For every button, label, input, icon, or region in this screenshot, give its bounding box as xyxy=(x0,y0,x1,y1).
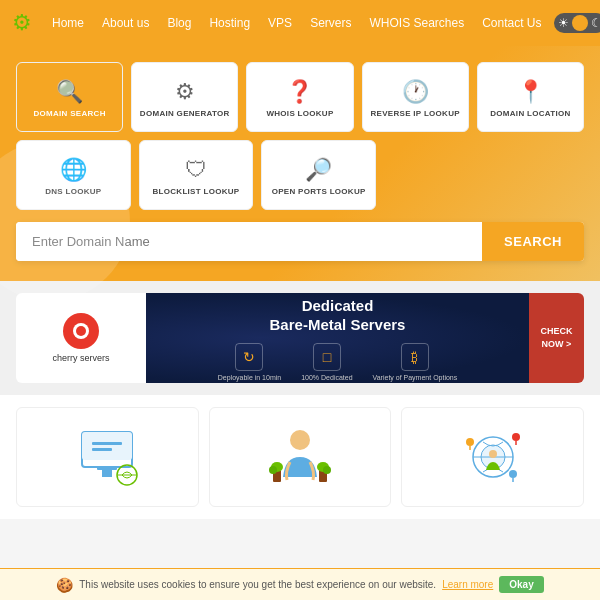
card-1-image xyxy=(72,422,142,492)
cookie-okay-button[interactable]: Okay xyxy=(499,576,543,593)
dns-label: DNS LOOKUP xyxy=(45,187,101,196)
tool-dns-lookup[interactable]: 🌐 DNS LOOKUP xyxy=(16,140,131,210)
nav-servers[interactable]: Servers xyxy=(302,12,359,34)
domain-location-label: DOMAIN LOCATION xyxy=(490,109,570,118)
svg-point-10 xyxy=(290,430,310,450)
theme-toggle[interactable]: ☀ ☾ xyxy=(554,13,600,33)
payment-icon: ₿ xyxy=(401,343,429,371)
banner-brand: cherry servers xyxy=(16,293,146,383)
nav-whois[interactable]: WHOIS Searches xyxy=(361,12,472,34)
cookie-learn-more[interactable]: Learn more xyxy=(442,579,493,590)
domain-search-icon: 🔍 xyxy=(56,79,83,105)
deploy-label: Deployable in 10min xyxy=(218,374,281,381)
svg-point-13 xyxy=(269,466,277,474)
info-card-3[interactable] xyxy=(401,407,584,507)
feature-payment: ₿ Variety of Payment Options xyxy=(373,343,458,381)
nav-hosting[interactable]: Hosting xyxy=(201,12,258,34)
banner-title: Dedicated Bare-Metal Servers xyxy=(270,296,406,335)
nav-blog[interactable]: Blog xyxy=(159,12,199,34)
search-bar: SEARCH xyxy=(16,222,584,261)
info-card-2[interactable] xyxy=(209,407,392,507)
info-card-1[interactable] xyxy=(16,407,199,507)
banner-content: Dedicated Bare-Metal Servers ↻ Deployabl… xyxy=(146,293,529,383)
svg-point-22 xyxy=(512,433,520,441)
tool-whois-lookup[interactable]: ❓ WHOIS LOOKUP xyxy=(246,62,353,132)
tool-open-ports[interactable]: 🔎 OPEN PORTS LOOKUP xyxy=(261,140,376,210)
banner-features: ↻ Deployable in 10min □ 100% Dedicated ₿… xyxy=(218,343,458,381)
card-3-image xyxy=(458,422,528,492)
cookie-message: This website uses cookies to ensure you … xyxy=(79,579,436,590)
svg-rect-5 xyxy=(92,448,112,451)
cherry-logo-icon xyxy=(63,313,99,349)
tool-reverse-ip[interactable]: 🕐 REVERSE IP LOOKUP xyxy=(362,62,469,132)
sun-icon: ☀ xyxy=(558,16,569,30)
nav-vps[interactable]: VPS xyxy=(260,12,300,34)
svg-rect-4 xyxy=(92,442,122,445)
open-ports-label: OPEN PORTS LOOKUP xyxy=(272,187,366,196)
feature-deploy: ↻ Deployable in 10min xyxy=(218,343,281,381)
logo-icon: ⚙ xyxy=(12,12,32,34)
nav-about[interactable]: About us xyxy=(94,12,157,34)
whois-icon: ❓ xyxy=(286,79,313,105)
blocklist-label: BLOCKLIST LOOKUP xyxy=(152,187,239,196)
reverse-ip-label: REVERSE IP LOOKUP xyxy=(370,109,459,118)
svg-point-16 xyxy=(323,466,331,474)
tool-domain-generator[interactable]: ⚙ DOMAIN GENERATOR xyxy=(131,62,238,132)
search-button[interactable]: SEARCH xyxy=(482,222,584,261)
tool-domain-location[interactable]: 📍 DOMAIN LOCATION xyxy=(477,62,584,132)
reverse-ip-icon: 🕐 xyxy=(402,79,429,105)
banner-section: cherry servers Dedicated Bare-Metal Serv… xyxy=(0,281,600,395)
banner: cherry servers Dedicated Bare-Metal Serv… xyxy=(16,293,584,383)
tool-grid-row1: 🔍 DOMAIN SEARCH ⚙ DOMAIN GENERATOR ❓ WHO… xyxy=(16,62,584,132)
navbar: ⚙ Home About us Blog Hosting VPS Servers… xyxy=(0,0,600,46)
banner-cta-text: CHECK NOW > xyxy=(529,325,584,350)
dedicated-label: 100% Dedicated xyxy=(301,374,352,381)
whois-label: WHOIS LOOKUP xyxy=(266,109,333,118)
banner-cta-button[interactable]: CHECK NOW > xyxy=(529,293,584,383)
svg-rect-3 xyxy=(82,432,132,460)
tool-domain-search[interactable]: 🔍 DOMAIN SEARCH xyxy=(16,62,123,132)
moon-icon: ☾ xyxy=(591,16,600,30)
search-input[interactable] xyxy=(16,222,482,261)
nav-links: Home About us Blog Hosting VPS Servers W… xyxy=(44,12,550,34)
logo[interactable]: ⚙ xyxy=(12,12,32,34)
dedicated-icon: □ xyxy=(313,343,341,371)
domain-search-label: DOMAIN SEARCH xyxy=(33,109,105,118)
info-cards-section xyxy=(0,395,600,519)
tool-blocklist[interactable]: 🛡 BLOCKLIST LOOKUP xyxy=(139,140,254,210)
payment-label: Variety of Payment Options xyxy=(373,374,458,381)
domain-generator-label: DOMAIN GENERATOR xyxy=(140,109,230,118)
card-2-image xyxy=(265,422,335,492)
toggle-knob xyxy=(572,15,588,31)
svg-point-20 xyxy=(489,450,497,458)
svg-point-1 xyxy=(76,326,86,336)
dns-icon: 🌐 xyxy=(60,157,87,183)
feature-dedicated: □ 100% Dedicated xyxy=(301,343,352,381)
svg-point-21 xyxy=(466,438,474,446)
cherry-brand-text: cherry servers xyxy=(52,353,109,363)
svg-rect-7 xyxy=(102,467,112,477)
tool-grid-row2: 🌐 DNS LOOKUP 🛡 BLOCKLIST LOOKUP 🔎 OPEN P… xyxy=(16,140,376,210)
blocklist-icon: 🛡 xyxy=(185,157,207,183)
nav-contact[interactable]: Contact Us xyxy=(474,12,549,34)
domain-generator-icon: ⚙ xyxy=(175,79,195,105)
cookie-bar: 🍪 This website uses cookies to ensure yo… xyxy=(0,568,600,600)
open-ports-icon: 🔎 xyxy=(305,157,332,183)
nav-home[interactable]: Home xyxy=(44,12,92,34)
cookie-icon: 🍪 xyxy=(56,577,73,593)
domain-location-icon: 📍 xyxy=(517,79,544,105)
hero-section: 🔍 DOMAIN SEARCH ⚙ DOMAIN GENERATOR ❓ WHO… xyxy=(0,46,600,281)
deploy-icon: ↻ xyxy=(235,343,263,371)
svg-point-23 xyxy=(509,470,517,478)
